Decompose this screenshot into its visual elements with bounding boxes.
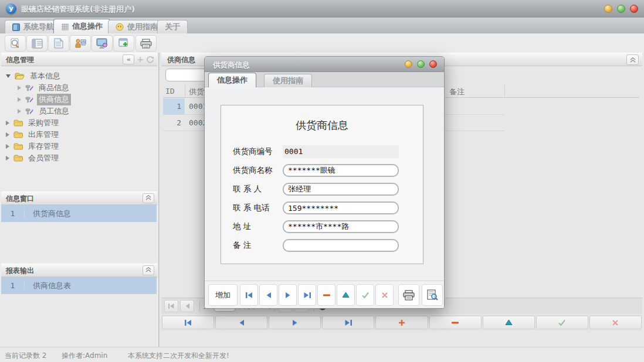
divider xyxy=(199,301,200,312)
column-divider xyxy=(504,85,505,98)
up-triangle-icon xyxy=(505,319,513,326)
tree-node-outbound-mgmt[interactable]: 出库管理 xyxy=(6,129,60,141)
prev-record-button[interactable] xyxy=(259,284,277,306)
page-first-button[interactable] xyxy=(164,300,178,312)
monitor-button[interactable] xyxy=(91,35,113,52)
column-divider xyxy=(185,85,185,98)
expand-right-icon[interactable] xyxy=(18,86,21,90)
note-input[interactable] xyxy=(283,239,399,252)
add-record-button[interactable]: 增加 xyxy=(208,284,238,306)
contact-person-input[interactable] xyxy=(283,183,399,196)
item-number: 1 xyxy=(1,281,25,290)
record-last-button[interactable] xyxy=(322,316,374,329)
refresh-icon[interactable] xyxy=(146,56,154,64)
nav-square-icon xyxy=(12,23,20,31)
form-row-code: 供货商编号 0001 xyxy=(221,145,423,158)
tree-node-member-mgmt[interactable]: 会员管理 xyxy=(6,152,60,164)
print-button[interactable] xyxy=(398,284,419,306)
expand-right-icon[interactable] xyxy=(6,144,9,149)
tab-label: 信息操作 xyxy=(72,21,103,32)
panel-collapse-button[interactable] xyxy=(143,265,154,275)
tree-node-label: 库存管理 xyxy=(26,141,60,152)
tab-about[interactable]: 关于 xyxy=(157,20,188,33)
record-first-button[interactable] xyxy=(162,316,214,329)
supplier-name-input[interactable] xyxy=(283,164,399,177)
dialog-toolbar: 增加 xyxy=(205,281,444,308)
record-cancel-button[interactable] xyxy=(589,316,642,329)
expand-right-icon[interactable] xyxy=(6,156,9,160)
sidebar-collapse-button[interactable]: « xyxy=(123,54,134,64)
chevron-up-icon xyxy=(145,194,151,200)
add-icon[interactable]: + xyxy=(137,54,144,64)
icon-toolbar xyxy=(0,33,644,53)
x-icon xyxy=(381,292,388,299)
search-tool-button[interactable] xyxy=(5,35,26,52)
chevron-up-icon xyxy=(145,267,151,272)
form-title: 供货商信息 xyxy=(221,118,423,132)
close-button[interactable] xyxy=(630,5,638,13)
tree-node-purchase-mgmt[interactable]: 采购管理 xyxy=(6,117,60,129)
form-row-address: 地 址 xyxy=(221,220,423,233)
last-record-button[interactable] xyxy=(298,284,316,306)
tree-node-label: 供商信息 xyxy=(37,94,71,105)
dialog-tab-info-operation[interactable]: 信息操作 xyxy=(208,73,256,87)
delete-record-button[interactable] xyxy=(317,284,335,306)
main-collapse-button[interactable] xyxy=(626,54,639,65)
print-preview-button[interactable] xyxy=(422,284,443,306)
next-record-button[interactable] xyxy=(279,284,297,306)
edit-record-button[interactable] xyxy=(337,284,355,306)
tree-node-basic-info[interactable]: 基本信息 xyxy=(6,70,62,82)
dialog-close-button[interactable] xyxy=(429,60,437,68)
column-header-id[interactable]: ID xyxy=(165,87,183,95)
up-triangle-icon xyxy=(342,292,350,298)
confirm-button[interactable] xyxy=(356,284,374,306)
expand-right-icon[interactable] xyxy=(6,121,9,125)
record-edit-button[interactable] xyxy=(483,316,535,329)
dialog-maximize-button[interactable] xyxy=(417,60,425,68)
record-next-button[interactable] xyxy=(269,316,321,329)
expand-right-icon[interactable] xyxy=(18,97,21,102)
document-icon xyxy=(54,38,63,49)
print-preview-icon xyxy=(426,289,438,300)
expand-right-icon[interactable] xyxy=(18,109,21,114)
expand-down-icon[interactable] xyxy=(6,74,11,78)
tab-info-operation[interactable]: 信息操作 xyxy=(53,19,110,33)
first-record-button[interactable] xyxy=(240,284,258,306)
report-output-item[interactable]: 1 供商信息表 xyxy=(1,277,157,294)
window-add-icon xyxy=(118,38,130,49)
panel-collapse-button[interactable] xyxy=(143,193,154,203)
column-header-note[interactable]: 备注 xyxy=(449,87,465,97)
record-prev-button[interactable] xyxy=(215,316,267,329)
page-prev-button[interactable] xyxy=(180,300,194,312)
tree-node-supplier-info[interactable]: 供商信息 xyxy=(18,94,71,105)
printer-tool-button[interactable] xyxy=(135,35,157,52)
cancel-button[interactable] xyxy=(375,284,394,306)
minimize-button[interactable] xyxy=(604,5,612,13)
record-nav-bar xyxy=(161,315,642,330)
cell-id[interactable]: 2 xyxy=(163,115,185,131)
tree-node-employee-info[interactable]: 员工信息 xyxy=(18,105,71,117)
record-confirm-button[interactable] xyxy=(536,316,588,329)
tree-node-product-info[interactable]: 商品信息 xyxy=(18,82,71,94)
expand-right-icon[interactable] xyxy=(6,132,9,137)
user-report-button[interactable] xyxy=(70,35,91,52)
info-window-item[interactable]: 1 供货商信息 xyxy=(1,205,157,222)
panel-title: 供商信息 xyxy=(167,56,195,64)
cell-id[interactable]: 1 xyxy=(163,98,185,114)
item-label: 供商信息表 xyxy=(25,281,71,291)
document-button[interactable] xyxy=(48,35,69,52)
dialog-tab-user-guide[interactable]: 使用指南 xyxy=(264,74,312,87)
dialog-titlebar[interactable]: 供货商信息 xyxy=(205,57,444,72)
tree-node-inventory-mgmt[interactable]: 库存管理 xyxy=(6,141,60,152)
record-add-button[interactable] xyxy=(375,316,428,329)
maximize-button[interactable] xyxy=(617,5,625,13)
tab-label: 使用指南 xyxy=(127,22,158,32)
field-label: 地 址 xyxy=(233,221,251,232)
record-delete-button[interactable] xyxy=(429,316,482,329)
open-folder-icon xyxy=(15,73,25,80)
dialog-minimize-button[interactable] xyxy=(405,60,412,68)
form-view-button[interactable] xyxy=(26,35,48,52)
window-add-button[interactable] xyxy=(113,35,134,52)
contact-phone-input[interactable] xyxy=(283,202,399,214)
address-input[interactable] xyxy=(283,220,399,233)
